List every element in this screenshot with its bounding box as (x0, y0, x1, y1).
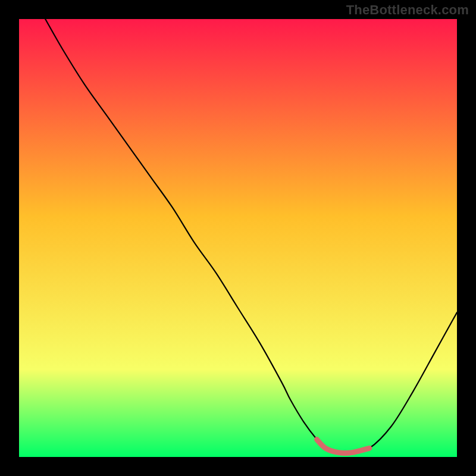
plot-area (19, 19, 457, 457)
bottleneck-curve-chart (19, 19, 457, 457)
chart-frame: TheBottleneck.com (0, 0, 476, 476)
watermark-text: TheBottleneck.com (346, 2, 469, 18)
